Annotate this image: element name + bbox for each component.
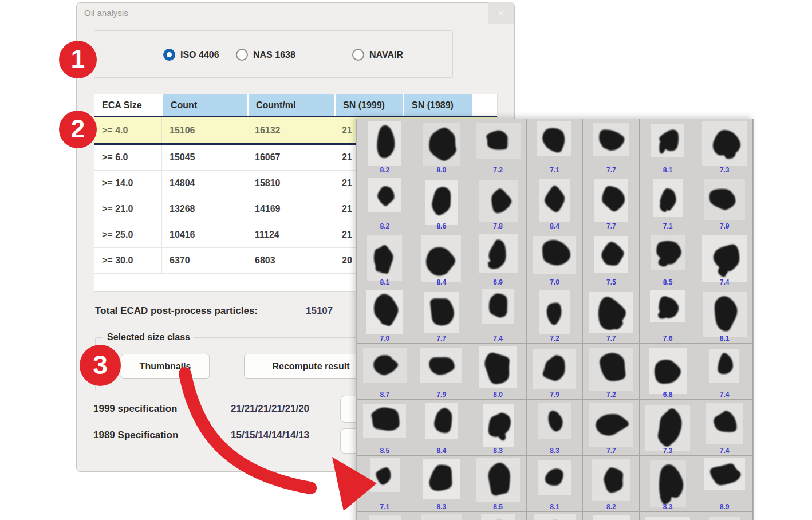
close-icon[interactable]: × [488, 2, 514, 24]
thumbnail-cell[interactable]: 7.7 [413, 287, 470, 344]
particle-size-label: 8.9 [696, 503, 752, 511]
thumbnail-cell[interactable] [696, 512, 753, 520]
particle-image [425, 180, 458, 225]
thumbnail-cell[interactable]: 8.1 [357, 231, 413, 287]
thumbnail-cell[interactable]: 6.8 [640, 344, 696, 400]
thumbnail-cell[interactable] [357, 512, 413, 520]
particle-image [481, 514, 515, 520]
particle-size-label: 8.1 [696, 334, 752, 342]
thumbnail-cell[interactable]: 8.5 [640, 231, 696, 287]
particle-size-label: 8.7 [357, 391, 413, 399]
thumbnail-cell[interactable]: 8.3 [527, 400, 584, 456]
particle-image [589, 403, 633, 447]
thumbnail-cell[interactable]: 7.6 [640, 287, 696, 344]
thumbnail-cell[interactable]: 7.7 [583, 400, 640, 456]
particle-size-label: 8.3 [470, 447, 526, 455]
thumbnail-cell[interactable] [640, 512, 696, 520]
thumbnail-cell[interactable]: 7.7 [583, 175, 640, 231]
particle-image [423, 459, 460, 499]
thumbnail-cell[interactable]: 8.2 [357, 119, 413, 175]
thumbnail-cell[interactable] [583, 512, 640, 520]
thumbnail-cell[interactable] [527, 512, 584, 520]
thumbnail-cell[interactable]: 7.3 [696, 119, 753, 175]
particle-size-label: 7.9 [696, 222, 752, 230]
spec-1999-value: 21/21/21/21/21/20 [231, 403, 309, 415]
particle-size-label: 7.3 [696, 166, 752, 174]
particle-image [589, 292, 633, 333]
thumbnail-cell[interactable]: 8.5 [357, 400, 413, 456]
particle-image [537, 121, 571, 156]
thumbnail-cell[interactable]: 7.8 [470, 175, 527, 231]
thumbnail-cell[interactable]: 8.1 [527, 456, 584, 512]
cell-size: >= 30.0 [94, 248, 162, 274]
particle-image [476, 458, 520, 502]
thumbnail-cell[interactable]: 7.1 [357, 456, 413, 512]
column-header-sn-1999: SN (1999) [334, 94, 403, 116]
thumbnail-cell[interactable]: 7.7 [583, 119, 640, 175]
particle-image [651, 124, 684, 157]
thumbnail-cell[interactable]: 7.2 [470, 119, 527, 175]
thumbnail-cell[interactable]: 7.9 [527, 344, 584, 400]
thumbnail-cell[interactable]: 8.0 [413, 119, 470, 175]
thumbnail-cell[interactable]: 7.4 [696, 400, 753, 456]
particle-size-label: 7.7 [583, 166, 639, 174]
particle-size-label: 8.5 [640, 278, 696, 286]
thumbnail-cell[interactable]: 8.7 [357, 344, 413, 400]
thumbnail-cell[interactable]: 7.2 [527, 287, 584, 344]
cell-count-ml: 11124 [247, 222, 334, 248]
radio-navair[interactable]: NAVAIR [352, 31, 403, 78]
thumbnail-cell[interactable]: 8.3 [470, 400, 527, 456]
thumbnail-cell[interactable]: 8.4 [527, 175, 584, 231]
cell-size: >= 14.0 [94, 171, 162, 196]
particle-size-label: 8.2 [357, 222, 413, 230]
thumbnail-cell[interactable]: 7.4 [470, 287, 527, 344]
particle-image [538, 460, 571, 495]
thumbnail-cell[interactable]: 8.1 [696, 287, 753, 344]
thumbnail-cell[interactable]: 7.2 [583, 344, 640, 400]
thumbnail-cell[interactable]: 8.2 [357, 175, 413, 231]
page: Oil analysis × ISO 4406 NAS 1638 NAVAIR … [0, 0, 812, 520]
thumbnail-cell[interactable]: 8.5 [470, 456, 527, 512]
radio-iso-4406[interactable]: ISO 4406 [163, 31, 219, 78]
thumbnail-cell[interactable]: 7.9 [696, 175, 753, 231]
thumbnail-cell[interactable]: 8.0 [470, 344, 527, 400]
thumbnail-cell[interactable]: 7.0 [357, 287, 413, 344]
particle-image [709, 349, 739, 383]
thumbnail-cell[interactable]: 8.4 [413, 400, 470, 456]
particle-size-label: 7.9 [413, 391, 470, 399]
particle-image [479, 346, 517, 388]
thumbnail-cell[interactable]: 7.1 [527, 119, 584, 175]
thumbnail-cell[interactable]: 7.5 [583, 231, 640, 287]
thumbnail-cell[interactable]: 7.3 [640, 400, 696, 456]
thumbnail-cell[interactable]: 8.3 [640, 456, 696, 512]
particle-size-label: 6.8 [640, 391, 696, 399]
spec-1989-value: 15/15/14/14/14/13 [231, 430, 309, 441]
particle-size-label: 8.1 [527, 503, 583, 511]
thumbnail-cell[interactable]: 8.9 [696, 456, 753, 512]
thumbnails-panel: 8.28.07.27.17.78.17.38.28.67.88.47.77.17… [356, 119, 754, 520]
thumbnail-cell[interactable] [470, 512, 527, 520]
thumbnail-cell[interactable]: 8.4 [413, 231, 470, 287]
radio-nas-1638[interactable]: NAS 1638 [236, 31, 295, 78]
particle-size-label: 7.3 [640, 447, 696, 455]
particle-size-label: 8.0 [470, 391, 526, 399]
thumbnail-cell[interactable]: 7.1 [640, 175, 696, 231]
selected-size-class-label: Selected size class [103, 332, 194, 342]
particle-size-label: 8.5 [357, 447, 413, 455]
particle-image [420, 348, 462, 383]
thumbnail-cell[interactable]: 8.2 [583, 456, 640, 512]
thumbnail-cell[interactable]: 6.9 [470, 231, 527, 287]
thumbnail-cell[interactable]: 7.9 [413, 344, 470, 400]
thumbnail-cell[interactable]: 8.6 [413, 175, 470, 231]
thumbnail-cell[interactable]: 7.7 [583, 287, 640, 344]
thumbnail-cell[interactable]: 7.0 [527, 231, 584, 287]
thumbnail-cell[interactable] [413, 512, 470, 520]
particle-image [533, 349, 576, 389]
particle-image [594, 236, 628, 273]
thumbnail-cell[interactable]: 8.3 [413, 456, 470, 512]
thumbnail-cell[interactable]: 8.1 [640, 119, 696, 175]
thumbnails-button[interactable]: Thumbnails [121, 354, 210, 379]
particle-image [653, 179, 683, 217]
thumbnail-cell[interactable]: 7.4 [696, 344, 753, 400]
thumbnail-cell[interactable]: 7.4 [696, 231, 753, 287]
